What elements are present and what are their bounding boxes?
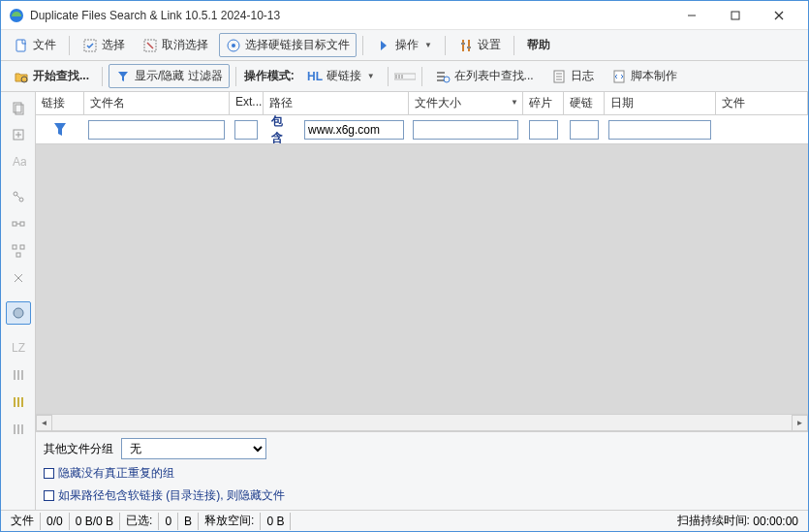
col-file[interactable]: 文件 — [716, 92, 808, 114]
svg-rect-12 — [468, 40, 470, 51]
lt-bars2-icon[interactable] — [6, 391, 31, 414]
hide-no-dup-checkbox[interactable]: 隐藏没有真正重复的组 — [44, 465, 800, 482]
progress-icon — [394, 70, 416, 83]
svg-rect-52 — [14, 397, 16, 407]
maximize-button[interactable] — [713, 1, 757, 29]
lt-tool2-icon[interactable] — [6, 212, 31, 235]
results-grid: 链接 文件名 Ext... 路径 文件大小▼ 碎片 硬链 日期 文件 包含 — [36, 92, 808, 431]
col-name[interactable]: 文件名 — [84, 92, 230, 114]
svg-rect-43 — [20, 245, 24, 249]
menu-settings[interactable]: 设置 — [451, 33, 508, 57]
lt-add-icon[interactable] — [6, 123, 31, 146]
svg-rect-51 — [21, 370, 23, 380]
menu-file[interactable]: 文件 — [7, 33, 63, 57]
select-icon — [82, 38, 98, 53]
filter-ext-input[interactable] — [234, 120, 258, 140]
hardlink-label: 硬链接 — [327, 68, 361, 84]
svg-rect-20 — [401, 75, 403, 78]
group-select[interactable]: 无 — [121, 438, 266, 459]
filter-hard-input[interactable] — [570, 120, 599, 140]
window-title: Duplicate Files Search & Link 10.5.1 202… — [30, 9, 669, 22]
svg-line-8 — [147, 43, 153, 48]
filter-date-input[interactable] — [608, 120, 711, 140]
menu-select-hardlink-target[interactable]: 选择硬链接目标文件 — [219, 33, 357, 57]
col-ext[interactable]: Ext... — [230, 92, 264, 114]
lt-lz-icon[interactable]: LZ — [6, 336, 31, 360]
settings-icon — [458, 38, 474, 53]
status-b: B — [178, 513, 199, 530]
operate-icon — [376, 38, 391, 53]
lt-tool1-icon[interactable] — [6, 185, 31, 208]
checkbox-icon — [44, 490, 54, 501]
menu-deselect[interactable]: 取消选择 — [136, 33, 215, 57]
col-hard[interactable]: 硬链 — [564, 92, 605, 114]
filter-size-input[interactable] — [413, 120, 518, 140]
status-free-value: 0 B — [261, 513, 291, 530]
toolbar: 开始查找... 显示/隐藏 过滤器 操作模式: HL 硬链接 ▼ 在列表中查找.… — [1, 61, 808, 92]
lt-bars3-icon[interactable] — [6, 418, 31, 441]
scroll-right-icon[interactable]: ► — [792, 415, 808, 431]
script-button[interactable]: 脚本制作 — [605, 64, 684, 88]
svg-rect-55 — [14, 424, 16, 434]
svg-text:Aa: Aa — [13, 155, 26, 169]
funnel-icon[interactable] — [52, 121, 68, 139]
minimize-button[interactable] — [669, 1, 713, 29]
svg-point-47 — [14, 308, 23, 318]
lt-selected-tool-icon[interactable] — [6, 301, 31, 325]
script-label: 脚本制作 — [631, 68, 677, 84]
log-icon — [551, 69, 567, 84]
menu-select[interactable]: 选择 — [76, 33, 132, 57]
lt-copy-icon[interactable] — [6, 96, 31, 119]
status-file-label: 文件 — [5, 513, 41, 530]
svg-rect-40 — [20, 222, 24, 226]
status-free: 释放空间: — [199, 513, 261, 530]
grid-body — [36, 144, 808, 414]
lt-bars1-icon[interactable] — [6, 363, 31, 387]
horizontal-scrollbar[interactable]: ◄ ► — [36, 414, 808, 430]
lt-text-icon[interactable]: Aa — [6, 150, 31, 173]
toggle-filter-button[interactable]: 显示/隐藏 过滤器 — [109, 64, 230, 88]
svg-rect-2 — [731, 12, 739, 19]
log-button[interactable]: 日志 — [545, 64, 601, 88]
hardlink-mode-button[interactable]: HL 硬链接 ▼ — [300, 64, 382, 88]
svg-rect-18 — [395, 75, 397, 78]
start-search-button[interactable]: 开始查找... — [7, 64, 96, 88]
close-button[interactable] — [757, 1, 800, 29]
app-icon — [9, 8, 24, 23]
col-date[interactable]: 日期 — [605, 92, 716, 114]
contains-label: 包含 — [267, 113, 296, 146]
svg-text:HL: HL — [307, 70, 323, 83]
svg-rect-5 — [16, 40, 25, 51]
hide-softlink-checkbox[interactable]: 如果路径包含软链接 (目录连接), 则隐藏文件 — [44, 487, 800, 504]
col-frag[interactable]: 碎片 — [523, 92, 564, 114]
svg-rect-54 — [21, 397, 23, 407]
svg-rect-13 — [461, 43, 465, 45]
status-bytes: 0 B/0 B — [70, 513, 120, 530]
svg-rect-21 — [437, 72, 445, 74]
scroll-left-icon[interactable]: ◄ — [36, 415, 52, 431]
filter-path-input[interactable] — [304, 120, 404, 140]
checkbox-icon — [44, 468, 54, 479]
col-path[interactable]: 路径 — [264, 92, 409, 114]
svg-rect-56 — [17, 424, 19, 434]
mode-label: 操作模式: — [242, 68, 296, 84]
col-link[interactable]: 链接 — [36, 92, 84, 114]
svg-rect-53 — [17, 397, 19, 407]
svg-rect-14 — [467, 47, 471, 48]
lt-tool4-icon[interactable] — [6, 266, 31, 290]
lt-tool3-icon[interactable] — [6, 239, 31, 263]
menu-operate[interactable]: 操作 ▼ — [369, 33, 439, 57]
svg-point-10 — [232, 44, 235, 47]
svg-rect-22 — [437, 76, 445, 78]
list-search-icon — [435, 69, 451, 84]
start-search-label: 开始查找... — [33, 68, 89, 84]
filter-frag-input[interactable] — [529, 120, 558, 140]
svg-rect-50 — [17, 370, 19, 380]
menu-help-label: 帮助 — [527, 37, 550, 53]
search-in-list-button[interactable]: 在列表中查找... — [428, 64, 541, 88]
filter-name-input[interactable] — [88, 120, 225, 140]
col-size[interactable]: 文件大小▼ — [409, 92, 523, 114]
svg-rect-42 — [13, 245, 16, 249]
menu-help[interactable]: 帮助 — [520, 33, 557, 57]
svg-rect-49 — [14, 370, 16, 380]
